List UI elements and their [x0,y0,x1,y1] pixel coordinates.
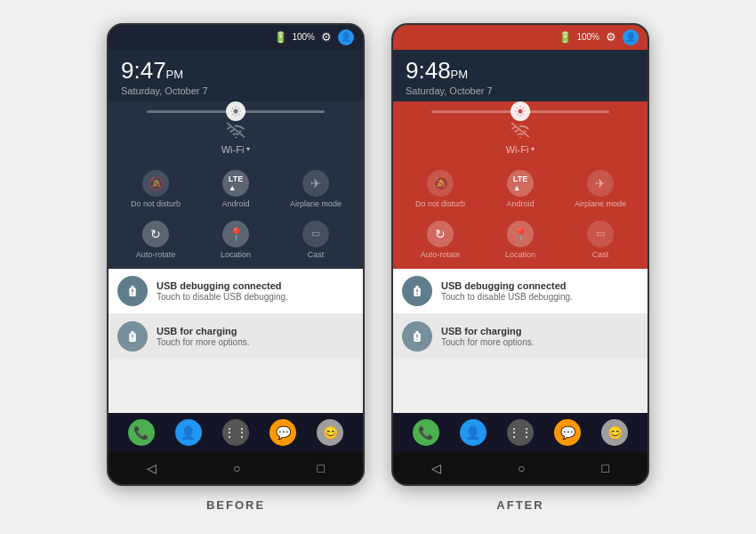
svg-line-18 [523,108,524,109]
before-brightness-thumb[interactable] [226,101,245,121]
before-tile-location[interactable]: 📍 Location [197,216,274,263]
after-dnd-icon: 🔕 [427,170,454,197]
before-dnd-icon: 🔕 [142,170,169,197]
svg-line-7 [232,114,233,115]
before-tile-rotate[interactable]: ↻ Auto-rotate [117,216,194,263]
svg-line-3 [232,108,233,109]
after-tile-rotate[interactable]: ↻ Auto-rotate [402,216,479,263]
after-brightness-thumb[interactable] [511,101,530,121]
before-airplane-icon: ✈ [302,170,329,197]
after-user-icon[interactable]: 👤 [623,29,639,45]
svg-point-19 [519,136,522,137]
before-brightness-track[interactable] [147,110,325,113]
before-user-icon[interactable]: 👤 [338,29,354,45]
before-wifi-area: Wi-Fi ▾ [109,118,363,162]
before-gear-icon[interactable]: ⚙ [319,30,334,44]
before-location-label: Location [221,250,251,259]
before-usb-charge-icon [117,321,148,352]
after-airplane-icon: ✈ [587,170,614,197]
before-time-block: 9:47PM Saturday, October 7 [109,50,363,101]
svg-point-10 [519,109,523,114]
before-location-icon: 📍 [222,221,249,247]
before-wifi-label[interactable]: Wi-Fi ▾ [221,144,251,155]
after-wifi-dropdown: ▾ [531,145,535,153]
before-lte-icon: LTE▲ [222,170,249,197]
before-brightness-area [109,101,363,118]
before-nav-recent[interactable]: □ [318,461,325,475]
before-nav-home[interactable]: ○ [233,461,240,475]
before-usb-charge-subtitle: Touch for more options. [157,337,354,347]
after-usb-debug-icon [402,276,432,306]
before-cast-icon: ▭ [302,221,329,247]
before-notif-usb-charge[interactable]: USB for charging Touch for more options. [109,314,363,359]
after-dock-apps[interactable]: ⋮⋮ [507,419,534,446]
before-usb-charge-text: USB for charging Touch for more options. [157,326,354,347]
after-battery-icon: 🔋 [559,31,572,44]
after-time-display: 9:48PM [406,57,635,85]
after-location-icon: 📍 [507,221,534,247]
after-nav-recent[interactable]: □ [602,461,609,475]
after-tile-android[interactable]: LTE▲ Android [482,166,559,213]
after-dock-contacts[interactable]: 👤 [460,419,487,446]
before-nav-back[interactable]: ◁ [147,461,157,475]
after-tile-cast[interactable]: ▭ Cast [562,216,639,263]
before-dock: 📞 👤 ⋮⋮ 💬 😊 [109,413,363,452]
before-wifi-off-icon [226,122,245,142]
svg-point-0 [234,109,238,114]
svg-line-8 [238,108,239,109]
before-usb-debug-text: USB debugging connected Touch to disable… [157,280,354,302]
after-tile-dnd[interactable]: 🔕 Do not disturb [402,166,479,213]
before-airplane-label: Airplane mode [290,199,342,208]
before-dnd-label: Do not disturb [131,199,181,208]
before-label: BEFORE [206,498,265,512]
after-nav-back[interactable]: ◁ [431,461,441,475]
after-brightness-area [393,101,647,118]
before-battery-text: 100% [292,32,315,42]
before-dock-face[interactable]: 😊 [317,419,343,446]
after-tiles-grid: 🔕 Do not disturb LTE▲ Android ✈ Airplane… [393,162,647,269]
after-cast-label: Cast [592,250,609,259]
before-tile-dnd[interactable]: 🔕 Do not disturb [117,166,194,213]
after-notif-usb-charge[interactable]: USB for charging Touch for more options. [393,314,647,359]
before-dock-apps[interactable]: ⋮⋮ [222,419,249,446]
after-phone: 🔋 100% ⚙ 👤 9:48PM Saturday, October 7 [391,23,649,486]
after-android-label: Android [506,199,534,208]
after-usb-debug-text: USB debugging connected Touch to disable… [441,280,639,302]
after-dock-sms[interactable]: 💬 [554,419,581,446]
before-dock-sms[interactable]: 💬 [269,419,296,446]
before-tile-airplane[interactable]: ✈ Airplane mode [277,166,354,213]
before-tile-cast[interactable]: ▭ Cast [277,216,354,263]
after-lte-icon: LTE▲ [507,170,534,197]
before-battery-icon: 🔋 [274,31,287,44]
comparison-container: 🔋 100% ⚙ 👤 9:47PM Saturday, October 7 [107,23,649,512]
after-notif-usb-debug[interactable]: USB debugging connected Touch to disable… [393,269,647,313]
after-airplane-label: Airplane mode [575,199,626,208]
after-status-icons: 🔋 100% ⚙ 👤 [559,29,639,45]
before-usb-debug-subtitle: Touch to disable USB debugging. [157,292,354,302]
after-wifi-off-icon [511,122,530,142]
after-tile-airplane[interactable]: ✈ Airplane mode [562,166,639,213]
after-time-block: 9:48PM Saturday, October 7 [393,50,647,101]
before-date-display: Saturday, October 7 [121,85,350,96]
after-rotate-label: Auto-rotate [421,250,461,259]
after-tile-location[interactable]: 📍 Location [482,216,559,263]
after-date-display: Saturday, October 7 [406,85,635,96]
before-usb-debug-title: USB debugging connected [157,280,354,291]
after-dock-face[interactable]: 😊 [601,419,628,446]
after-label: AFTER [496,498,543,512]
before-tile-android[interactable]: LTE▲ Android [197,166,274,213]
svg-line-14 [523,114,524,115]
after-wifi-label[interactable]: Wi-Fi ▾ [506,144,535,155]
after-nav-home[interactable]: ○ [518,461,525,475]
before-dock-contacts[interactable]: 👤 [175,419,202,446]
after-dock-phone[interactable]: 📞 [413,419,439,446]
after-usb-charge-subtitle: Touch for more options. [441,337,639,347]
after-status-bar: 🔋 100% ⚙ 👤 [393,25,647,50]
before-dock-phone[interactable]: 📞 [128,419,155,446]
after-gear-icon[interactable]: ⚙ [604,30,618,44]
after-usb-charge-title: USB for charging [441,326,639,336]
before-nav-bar: ◁ ○ □ [109,452,363,484]
after-brightness-track[interactable] [431,110,609,113]
after-usb-charge-icon [402,321,432,352]
before-notif-usb-debug[interactable]: USB debugging connected Touch to disable… [109,269,363,313]
